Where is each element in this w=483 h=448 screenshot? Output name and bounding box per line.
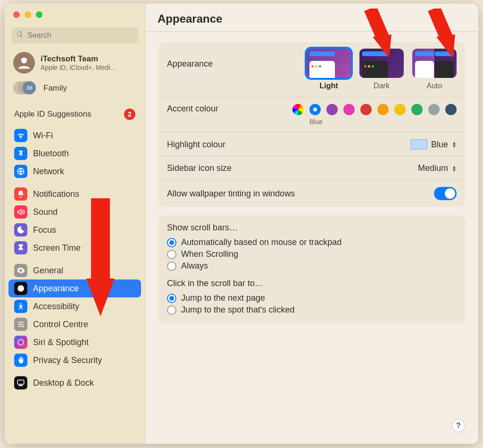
family-row[interactable]: JM Family — [5, 78, 145, 100]
accent-purple[interactable] — [326, 104, 338, 115]
click-option-spot[interactable]: Jump to the spot that's clicked — [167, 304, 457, 316]
select-value: Blue — [431, 140, 448, 150]
moon-icon — [14, 223, 27, 237]
help-button[interactable]: ? — [452, 419, 465, 432]
wifi-icon — [14, 129, 27, 142]
accent-grey[interactable] — [428, 104, 440, 115]
account-name: iTechsoft Team — [41, 54, 117, 64]
sidebar-item-bluetooth[interactable]: Bluetooth — [8, 144, 141, 162]
sidebar-item-label: Control Centre — [33, 320, 88, 330]
row-label: Highlight colour — [167, 140, 225, 150]
click-title: Click in the scroll bar to… — [167, 279, 457, 288]
accent-blue[interactable] — [309, 104, 321, 115]
sidebar-item-label: Sound — [33, 207, 58, 217]
scroll-option-auto[interactable]: Automatically based on mouse or trackpad — [167, 237, 457, 248]
accent-orange[interactable] — [377, 104, 389, 115]
accent-graphite[interactable] — [445, 104, 457, 115]
sidebar-item-accessibility[interactable]: Accessibility — [8, 297, 141, 315]
svg-point-3 — [20, 303, 22, 304]
nav-list: Wi-Fi Bluetooth Network Notifications So… — [5, 125, 145, 394]
sidebar-item-label: Siri & Spotlight — [33, 338, 89, 347]
radio-label: Jump to the next page — [181, 293, 265, 303]
minimize-icon[interactable] — [25, 11, 31, 18]
account-row[interactable]: iTechsoft Team Apple ID, iCloud+, Medi… — [5, 47, 145, 78]
scroll-title: Show scroll bars… — [167, 223, 457, 233]
hourglass-icon — [14, 241, 27, 254]
radio-icon — [167, 305, 176, 315]
sidebar-item-screentime[interactable]: Screen Time — [8, 239, 141, 257]
svg-point-5 — [19, 324, 20, 325]
colour-chip-icon — [410, 139, 427, 150]
sidebar: iTechsoft Team Apple ID, iCloud+, Medi… … — [5, 4, 145, 444]
suggestions-label: Apple ID Suggestions — [14, 110, 92, 119]
sidebar-item-focus[interactable]: Focus — [8, 221, 141, 239]
auto-thumb — [412, 49, 457, 78]
sidebar-icon-size-row: Sidebar icon size Medium ▲▼ — [158, 157, 465, 180]
close-icon[interactable] — [13, 11, 20, 18]
family-label: Family — [43, 84, 67, 93]
siri-icon — [14, 336, 27, 349]
sidebar-item-appearance[interactable]: Appearance — [8, 279, 141, 297]
network-icon — [14, 165, 27, 178]
appearance-panel: Appearance Light — [158, 42, 465, 207]
scroll-option-when[interactable]: When Scrolling — [167, 248, 457, 260]
sidebar-item-label: Privacy & Security — [33, 355, 102, 365]
appearance-option-light[interactable]: Light — [307, 49, 351, 90]
fullscreen-icon[interactable] — [36, 11, 42, 18]
tint-toggle[interactable] — [434, 187, 457, 200]
highlight-select[interactable]: Blue ▲▼ — [410, 139, 457, 150]
bell-icon — [14, 187, 27, 201]
search-field[interactable] — [11, 27, 138, 43]
appearance-row: Appearance Light — [158, 42, 465, 97]
updown-icon: ▲▼ — [452, 165, 457, 172]
radio-icon — [167, 238, 176, 247]
sidebar-item-siri[interactable]: Siri & Spotlight — [8, 333, 141, 351]
radio-icon — [167, 294, 176, 303]
sidebar-item-label: Notifications — [33, 189, 79, 199]
sidebar-item-privacy[interactable]: Privacy & Security — [8, 351, 141, 369]
accent-green[interactable] — [411, 104, 423, 115]
row-label: Appearance — [167, 49, 213, 69]
appearance-option-dark[interactable]: Dark — [359, 49, 404, 90]
row-label: Sidebar icon size — [167, 163, 232, 173]
option-label: Dark — [374, 82, 390, 90]
content-area: Appearance Light — [145, 32, 478, 334]
accent-swatches: Blue — [292, 104, 457, 126]
sidebar-item-notifications[interactable]: Notifications — [8, 185, 141, 203]
sidebar-item-control-centre[interactable]: Control Centre — [8, 315, 141, 333]
row-label: Accent colour — [167, 104, 218, 114]
apple-id-suggestions-row[interactable]: Apple ID Suggestions 2 — [5, 100, 145, 125]
click-option-next-page[interactable]: Jump to the next page — [167, 292, 457, 304]
sidebar-item-label: Screen Time — [33, 243, 81, 253]
main-panel: Appearance Appearance — [145, 4, 478, 444]
sidebar-size-select[interactable]: Medium ▲▼ — [418, 163, 457, 173]
svg-point-0 — [21, 58, 27, 64]
accent-pink[interactable] — [343, 104, 355, 115]
appearance-option-auto[interactable]: Auto — [412, 49, 457, 90]
svg-point-4 — [21, 321, 23, 323]
row-label: Allow wallpaper tinting in windows — [167, 189, 295, 199]
search-input[interactable] — [27, 31, 133, 40]
sidebar-item-sound[interactable]: Sound — [8, 203, 141, 221]
radio-label: Automatically based on mouse or trackpad — [181, 237, 341, 247]
sidebar-item-label: Accessibility — [33, 302, 79, 312]
accessibility-icon — [14, 300, 27, 313]
scroll-option-always[interactable]: Always — [167, 260, 457, 272]
scroll-panel: Show scroll bars… Automatically based on… — [158, 215, 465, 323]
page-header: Appearance — [145, 4, 478, 31]
accent-yellow[interactable] — [394, 104, 406, 115]
option-label: Auto — [427, 82, 442, 90]
accent-multicolour[interactable] — [292, 104, 304, 115]
svg-point-7 — [18, 339, 24, 345]
sidebar-item-label: Desktop & Dock — [33, 378, 94, 388]
sidebar-item-label: Network — [33, 167, 64, 177]
sidebar-item-desktop[interactable]: Desktop & Dock — [8, 374, 141, 392]
wallpaper-tint-row: Allow wallpaper tinting in windows — [158, 180, 465, 207]
sidebar-item-network[interactable]: Network — [8, 162, 141, 180]
svg-point-6 — [23, 326, 24, 327]
accent-red[interactable] — [360, 104, 372, 115]
sidebar-item-general[interactable]: General — [8, 262, 141, 279]
sidebar-item-wifi[interactable]: Wi-Fi — [8, 127, 141, 144]
updown-icon: ▲▼ — [452, 141, 457, 148]
account-subtitle: Apple ID, iCloud+, Medi… — [41, 64, 117, 71]
